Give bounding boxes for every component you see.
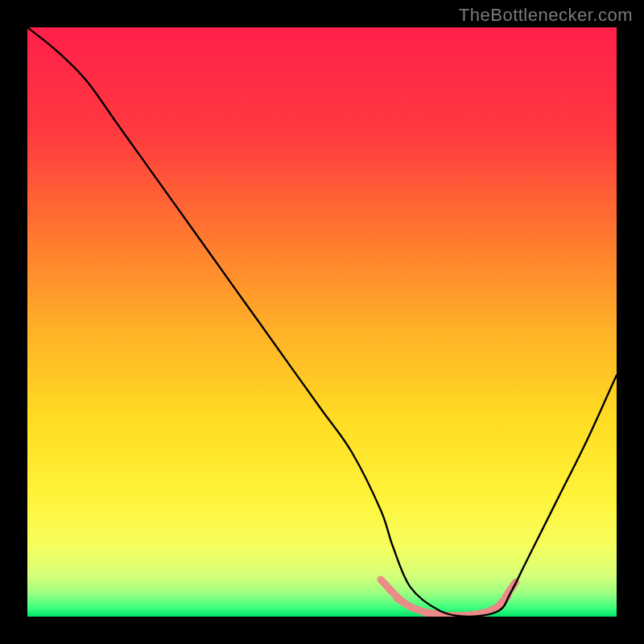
chart-stage: TheBottlenecker.com: [0, 0, 644, 644]
bottleneck-curve: [27, 27, 617, 617]
accent-markers: [381, 580, 515, 616]
watermark-text: TheBottlenecker.com: [459, 5, 633, 26]
curve-overlay: [27, 27, 617, 617]
